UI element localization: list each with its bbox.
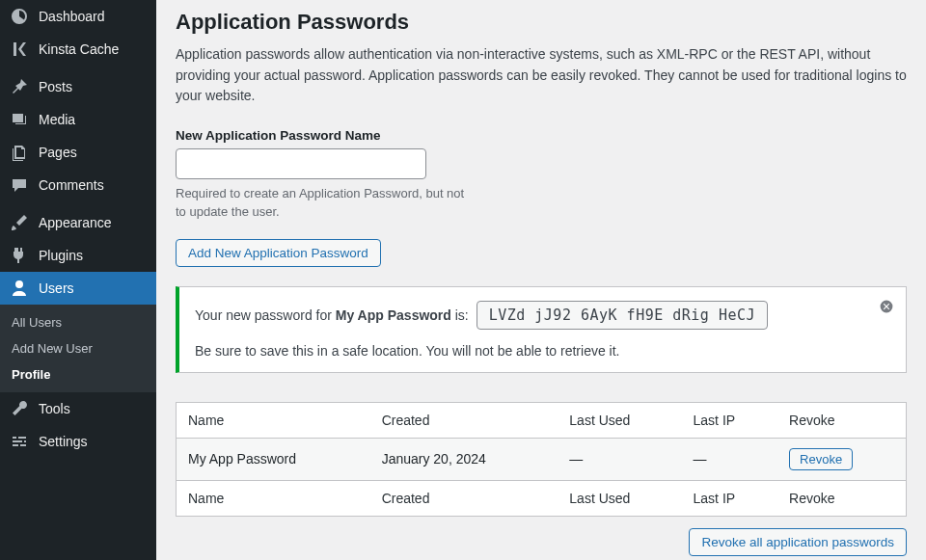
main-content: Application Passwords Application passwo… — [156, 0, 926, 560]
generated-password: LVZd jJ92 6AyK fH9E dRig HeCJ — [477, 301, 768, 330]
sidebar-item-kinsta-cache[interactable]: Kinsta Cache — [0, 33, 156, 66]
submenu-item-add-new-user[interactable]: Add New User — [0, 335, 156, 361]
sidebar-item-label: Comments — [39, 177, 104, 193]
sidebar-item-label: Settings — [39, 434, 88, 449]
sidebar-item-appearance[interactable]: Appearance — [0, 206, 156, 239]
notice-app-name: My App Password — [336, 307, 451, 323]
kinsta-icon — [10, 40, 29, 59]
sidebar-item-pages[interactable]: Pages — [0, 136, 156, 169]
col-created-header[interactable]: Created — [370, 402, 558, 438]
col-lastip-footer: Last IP — [682, 480, 778, 516]
page-description: Application passwords allow authenticati… — [176, 44, 907, 107]
app-name-input[interactable] — [176, 148, 426, 179]
sidebar-item-label: Pages — [39, 145, 77, 160]
sidebar-item-label: Users — [39, 280, 74, 296]
revoke-all-button[interactable]: Revoke all application passwords — [689, 528, 907, 556]
submenu-item-profile[interactable]: Profile — [0, 361, 156, 387]
col-lastused-footer: Last Used — [558, 480, 681, 516]
add-new-password-button[interactable]: Add New Application Password — [176, 239, 381, 267]
sidebar-item-posts[interactable]: Posts — [0, 70, 156, 103]
users-submenu: All Users Add New User Profile — [0, 305, 156, 392]
page-title: Application Passwords — [176, 10, 907, 35]
dismiss-notice-button[interactable] — [877, 297, 896, 316]
admin-sidebar: Dashboard Kinsta Cache Posts Media Page — [0, 0, 156, 560]
sidebar-item-users[interactable]: Users — [0, 272, 156, 305]
notice-text-before: Your new password for — [195, 307, 336, 323]
sidebar-item-dashboard[interactable]: Dashboard — [0, 0, 156, 33]
sidebar-item-settings[interactable]: Settings — [0, 425, 156, 458]
new-password-notice: Your new password for My App Password is… — [176, 286, 907, 373]
col-revoke-footer: Revoke — [777, 480, 906, 516]
media-icon — [10, 110, 29, 129]
sidebar-item-label: Dashboard — [39, 9, 105, 24]
sidebar-item-comments[interactable]: Comments — [0, 169, 156, 201]
col-revoke-header: Revoke — [777, 402, 906, 438]
col-created-footer: Created — [370, 480, 558, 516]
sidebar-item-media[interactable]: Media — [0, 103, 156, 136]
plug-icon — [10, 246, 29, 265]
col-lastip-header[interactable]: Last IP — [682, 402, 778, 438]
table-row: My App Password January 20, 2024 — — Rev… — [177, 438, 907, 480]
revoke-button[interactable]: Revoke — [789, 448, 853, 470]
sidebar-item-label: Posts — [39, 79, 72, 94]
submenu-item-all-users[interactable]: All Users — [0, 309, 156, 335]
pages-icon — [10, 143, 29, 162]
col-name-footer: Name — [177, 480, 370, 516]
user-icon — [10, 279, 29, 298]
notice-instructions: Be sure to save this in a safe location.… — [195, 343, 867, 359]
col-lastused-header[interactable]: Last Used — [558, 402, 681, 438]
close-icon — [879, 299, 894, 314]
app-name-label: New Application Password Name — [176, 128, 907, 143]
sidebar-item-label: Kinsta Cache — [39, 41, 119, 57]
cell-lastip: — — [682, 438, 778, 480]
brush-icon — [10, 213, 29, 232]
sidebar-item-label: Media — [39, 112, 75, 127]
comments-icon — [10, 175, 29, 195]
sliders-icon — [10, 432, 29, 451]
sidebar-item-tools[interactable]: Tools — [0, 392, 156, 425]
sidebar-item-label: Tools — [39, 401, 70, 416]
cell-lastused: — — [558, 438, 681, 480]
app-name-help: Required to create an Application Passwo… — [176, 185, 465, 222]
sidebar-item-plugins[interactable]: Plugins — [0, 239, 156, 272]
dashboard-icon — [10, 7, 29, 26]
wrench-icon — [10, 399, 29, 418]
sidebar-item-label: Appearance — [39, 215, 112, 230]
app-passwords-table: Name Created Last Used Last IP Revoke My… — [176, 402, 907, 517]
cell-created: January 20, 2024 — [370, 438, 558, 480]
pin-icon — [10, 77, 29, 96]
cell-name: My App Password — [177, 438, 370, 480]
sidebar-item-label: Plugins — [39, 248, 83, 263]
notice-text-after: is: — [451, 307, 473, 323]
col-name-header[interactable]: Name — [177, 402, 370, 438]
